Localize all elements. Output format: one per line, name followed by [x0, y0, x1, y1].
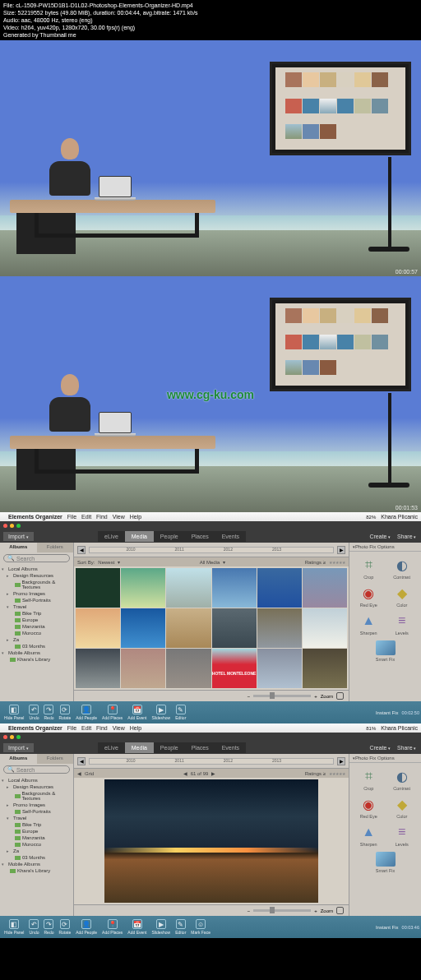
thumbnail[interactable]	[303, 608, 347, 648]
tree-library[interactable]: Khara's Library	[2, 867, 72, 874]
timeline[interactable]: ◀ 2010 2011 2012 2013 ▶	[74, 754, 349, 769]
fix-smart-button[interactable]: Smart Fix	[354, 852, 416, 873]
photo-fix-header[interactable]: Photo Fix Options	[349, 754, 421, 763]
zoom-in-icon[interactable]: +	[314, 908, 317, 913]
tree-promo[interactable]: Promo Images	[2, 802, 72, 808]
menu-edit[interactable]: Edit	[81, 725, 91, 731]
zoom-slider[interactable]	[253, 909, 311, 912]
thumbnail[interactable]	[121, 568, 165, 608]
tab-places[interactable]: Places	[185, 531, 215, 542]
minimize-icon[interactable]	[10, 735, 14, 739]
menu-file[interactable]: File	[67, 514, 76, 520]
tab-events[interactable]: Events	[215, 531, 246, 542]
menu-view[interactable]: View	[113, 514, 125, 520]
minimize-icon[interactable]	[10, 524, 14, 528]
tree-biketrip[interactable]: Bike Trip	[2, 821, 72, 828]
fix-levels-button[interactable]: ≡Levels	[388, 612, 417, 636]
tree-morocco[interactable]: Morocco	[2, 630, 72, 636]
tree-promo[interactable]: Promo Images	[2, 590, 72, 597]
zoom-icon[interactable]	[16, 524, 21, 528]
user-name[interactable]: Khara Plicanic	[381, 514, 418, 520]
media-filter[interactable]: All Media	[200, 560, 220, 565]
search-input[interactable]: 🔍 Search	[3, 765, 70, 774]
import-button[interactable]: Import	[3, 532, 39, 541]
tree-local-albums[interactable]: Local Albums	[2, 777, 72, 784]
timeline-next-icon[interactable]: ▶	[337, 757, 345, 765]
rotate-button[interactable]: ⟳Rotate	[56, 705, 73, 720]
tree-europe[interactable]: Europe	[2, 617, 72, 623]
app-name[interactable]: Elements Organizer	[8, 514, 62, 520]
photo-large[interactable]	[104, 779, 318, 903]
tree-backgrounds[interactable]: Backgrounds & Textures	[2, 579, 72, 590]
tab-folders[interactable]: Folders	[37, 754, 74, 764]
thumbnail[interactable]	[212, 568, 257, 608]
tree-morocco[interactable]: Morocco	[2, 841, 72, 848]
fix-sharpen-button[interactable]: ▲Sharpen	[354, 824, 383, 847]
add-people-button[interactable]: 👤Add People	[73, 705, 99, 720]
fix-redeye-button[interactable]: ◉Red Eye	[354, 585, 383, 608]
timeline[interactable]: ◀ 2010 2011 2012 2013 ▶	[74, 543, 349, 557]
fix-crop-button[interactable]: ⌗Crop	[354, 557, 383, 580]
thumbnail[interactable]	[121, 608, 165, 648]
fix-contrast-button[interactable]: ◐Contrast	[388, 557, 417, 580]
add-places-button[interactable]: 📍Add Places	[99, 919, 125, 935]
zoom-icon[interactable]	[16, 735, 21, 739]
tab-events[interactable]: Events	[215, 742, 246, 753]
user-name[interactable]: Khara Plicanic	[381, 725, 418, 731]
thumbnail[interactable]	[212, 608, 257, 648]
menu-find[interactable]: Find	[96, 725, 108, 731]
add-event-button[interactable]: 📅Add Event	[125, 705, 149, 720]
fix-color-button[interactable]: ◆Color	[388, 796, 417, 819]
tree-manzanita[interactable]: Manzanita	[2, 623, 72, 630]
timeline-prev-icon[interactable]: ◀	[77, 546, 86, 554]
thumbnail[interactable]	[257, 568, 302, 608]
tree-biketrip[interactable]: Bike Trip	[2, 610, 72, 617]
timeline-prev-icon[interactable]: ◀	[77, 757, 86, 765]
thumbnail[interactable]	[257, 608, 302, 648]
thumbnail[interactable]	[76, 568, 120, 608]
thumbnail[interactable]	[76, 608, 120, 648]
hide-panel-button[interactable]: ◧Hide Panel	[2, 919, 26, 935]
zoom-in-icon[interactable]: +	[314, 694, 317, 699]
tree-za[interactable]: Za	[2, 636, 72, 643]
create-button[interactable]: Create	[369, 534, 390, 539]
fix-levels-button[interactable]: ≡Levels	[388, 824, 417, 847]
thumbnail[interactable]	[166, 649, 210, 688]
zoom-out-icon[interactable]: −	[248, 908, 251, 913]
tab-places[interactable]: Places	[185, 742, 215, 753]
tree-local-albums[interactable]: Local Albums	[2, 566, 72, 572]
tab-media[interactable]: Media	[125, 742, 154, 753]
slideshow-button[interactable]: ▶Slideshow	[149, 919, 173, 935]
timeline-track[interactable]: 2010 2011 2012 2013	[89, 758, 334, 765]
tree-manzanita[interactable]: Manzanita	[2, 834, 72, 841]
undo-button[interactable]: ↶Undo	[26, 705, 41, 720]
menu-file[interactable]: File	[67, 725, 76, 731]
tab-media[interactable]: Media	[125, 531, 154, 542]
ratings-stars[interactable]: ★★★★★	[329, 560, 345, 565]
close-icon[interactable]	[3, 735, 7, 739]
sort-select[interactable]: Newest	[98, 560, 114, 565]
add-places-button[interactable]: 📍Add Places	[99, 705, 125, 720]
editor-button[interactable]: ✎Editor	[173, 705, 188, 720]
grid-toggle[interactable]: Grid	[85, 771, 94, 776]
zoom-out-icon[interactable]: −	[248, 694, 251, 699]
fix-redeye-button[interactable]: ◉Red Eye	[354, 796, 383, 819]
tree-za[interactable]: Za	[2, 848, 72, 854]
tab-elive[interactable]: eLive	[98, 531, 125, 542]
tab-people[interactable]: People	[154, 531, 185, 542]
thumbnail[interactable]	[166, 608, 210, 648]
tree-europe[interactable]: Europe	[2, 828, 72, 834]
undo-button[interactable]: ↶Undo	[26, 919, 41, 935]
tab-folders[interactable]: Folders	[37, 543, 74, 552]
tree-mobile[interactable]: Mobile Albums	[2, 861, 72, 867]
tree-mobile[interactable]: Mobile Albums	[2, 649, 72, 656]
menu-help[interactable]: Help	[130, 725, 141, 731]
create-button[interactable]: Create	[369, 745, 390, 751]
photo-fix-header[interactable]: Photo Fix Options	[349, 543, 421, 552]
close-icon[interactable]	[3, 524, 7, 528]
fix-crop-button[interactable]: ⌗Crop	[354, 768, 383, 791]
timeline-next-icon[interactable]: ▶	[337, 546, 345, 554]
fix-color-button[interactable]: ◆Color	[388, 585, 417, 608]
rotate-button[interactable]: ⟳Rotate	[56, 919, 73, 935]
menu-view[interactable]: View	[113, 725, 125, 731]
